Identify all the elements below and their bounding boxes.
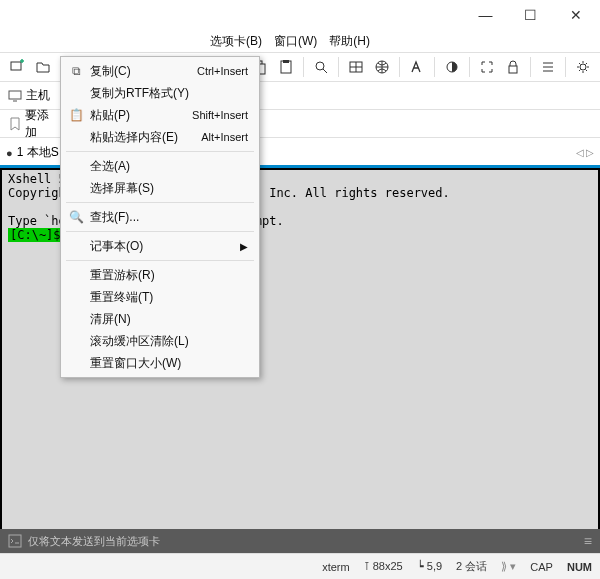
ctx-find[interactable]: 🔍查找(F)... [64, 206, 256, 228]
status-xterm: xterm [322, 561, 350, 573]
tab-next-icon[interactable]: ▷ [586, 147, 594, 158]
add-label: 要添加 [25, 107, 58, 141]
status-sessions: 2 会话 [456, 559, 487, 574]
ctx-scroll-clear[interactable]: 滚动缓冲区清除(L) [64, 330, 256, 352]
color-icon[interactable] [441, 56, 463, 78]
new-tab-icon[interactable] [6, 56, 28, 78]
svg-rect-9 [509, 66, 517, 73]
status-chevrons-icon[interactable]: ⟫ ▾ [501, 560, 516, 573]
minimize-button[interactable]: — [463, 1, 508, 29]
ctx-reset-term[interactable]: 重置终端(T) [64, 286, 256, 308]
svg-rect-4 [283, 60, 289, 63]
menu-bar: 选项卡(B) 窗口(W) 帮助(H) [0, 30, 600, 52]
paste-icon[interactable] [275, 56, 297, 78]
font-icon[interactable] [406, 56, 428, 78]
copy-icon: ⧉ [68, 64, 84, 78]
ctx-reset-cursor[interactable]: 重置游标(R) [64, 264, 256, 286]
ctx-copy[interactable]: ⧉复制(C)Ctrl+Insert [64, 60, 256, 82]
search-icon: 🔍 [68, 210, 84, 224]
ctx-notepad[interactable]: 记事本(O)▶ [64, 235, 256, 257]
host-label: 主机 [26, 87, 50, 104]
menu-help[interactable]: 帮助(H) [329, 33, 370, 50]
svg-point-5 [316, 62, 324, 70]
status-cap: CAP [530, 561, 553, 573]
bookmark-icon [8, 117, 21, 131]
ctx-clear[interactable]: 清屏(N) [64, 308, 256, 330]
window-titlebar: — ☐ ✕ [0, 0, 600, 30]
tab-name[interactable]: 1 本地S [17, 144, 59, 161]
terminal-line2b: ter, Inc. All rights reserved. [233, 186, 450, 200]
ctx-select-all[interactable]: 全选(A) [64, 155, 256, 177]
host-icon [8, 89, 22, 103]
svg-rect-12 [9, 535, 21, 547]
status-size: ⊺ 88x25 [364, 560, 403, 573]
terminal-line1: Xshell 5 [8, 172, 66, 186]
menu-tabs[interactable]: 选项卡(B) [210, 33, 262, 50]
svg-rect-0 [11, 62, 21, 70]
open-icon[interactable] [32, 56, 54, 78]
fullscreen-icon[interactable] [476, 56, 498, 78]
ctx-paste[interactable]: 📋粘贴(P)Shift+Insert [64, 104, 256, 126]
status-text: 仅将文本发送到当前选项卡 [28, 534, 160, 549]
status-more-icon[interactable]: ≡ [584, 533, 592, 549]
close-button[interactable]: ✕ [553, 1, 598, 29]
ctx-select-screen[interactable]: 选择屏幕(S) [64, 177, 256, 199]
context-menu: ⧉复制(C)Ctrl+Insert 复制为RTF格式(Y) 📋粘贴(P)Shif… [60, 56, 260, 378]
ctx-copy-rtf[interactable]: 复制为RTF格式(Y) [64, 82, 256, 104]
status-pos: ┕ 5,9 [417, 560, 442, 573]
lock-icon[interactable] [502, 56, 524, 78]
chevron-right-icon: ▶ [240, 241, 248, 252]
tab-bullet-icon: ● [6, 147, 13, 159]
gear-icon[interactable] [572, 56, 594, 78]
layout-icon[interactable] [345, 56, 367, 78]
status-bar-2: xterm ⊺ 88x25 ┕ 5,9 2 会话 ⟫ ▾ CAP NUM [0, 553, 600, 579]
status-bar-1: 仅将文本发送到当前选项卡 ≡ [0, 529, 600, 553]
search-icon[interactable] [310, 56, 332, 78]
list-icon[interactable] [537, 56, 559, 78]
svg-rect-11 [9, 91, 21, 99]
ctx-paste-sel[interactable]: 粘贴选择内容(E)Alt+Insert [64, 126, 256, 148]
terminal-icon [8, 534, 22, 548]
status-num: NUM [567, 561, 592, 573]
paste-icon: 📋 [68, 108, 84, 122]
globe-icon[interactable] [371, 56, 393, 78]
tab-prev-icon[interactable]: ◁ [576, 147, 584, 158]
menu-window[interactable]: 窗口(W) [274, 33, 317, 50]
svg-point-10 [580, 64, 586, 70]
maximize-button[interactable]: ☐ [508, 1, 553, 29]
ctx-reset-winsize[interactable]: 重置窗口大小(W) [64, 352, 256, 374]
